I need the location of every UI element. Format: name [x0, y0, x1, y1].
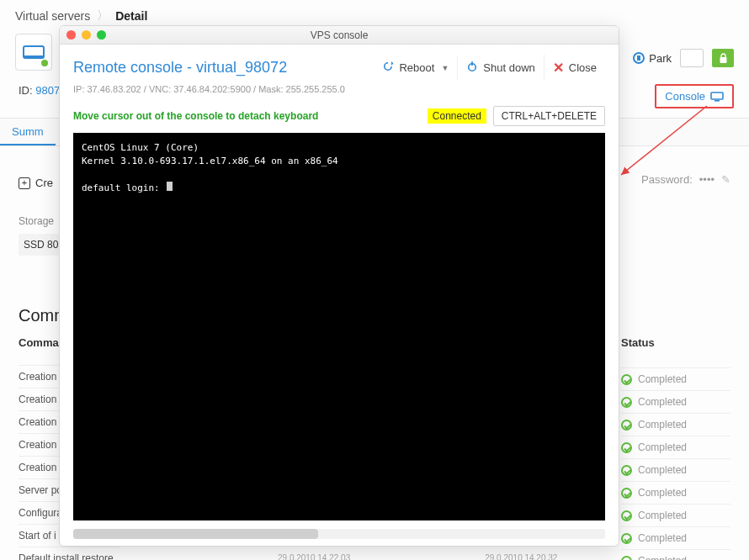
- status-row: Completed: [621, 549, 730, 560]
- tab-summary[interactable]: Summ: [0, 119, 56, 145]
- status-header: Status: [621, 336, 730, 349]
- console-button-label: Console: [665, 90, 705, 103]
- monitor-icon: [710, 92, 724, 102]
- password-row: Password: •••• ✎: [641, 173, 730, 186]
- horizontal-scrollbar[interactable]: [73, 529, 605, 539]
- window-titlebar[interactable]: VPS console: [60, 26, 619, 45]
- console-button[interactable]: Console: [655, 84, 734, 108]
- server-icon: [15, 34, 52, 71]
- reboot-icon: [382, 61, 394, 75]
- status-row: Completed: [621, 413, 730, 436]
- scrollbar-thumb[interactable]: [73, 529, 318, 539]
- svg-rect-4: [714, 100, 720, 102]
- check-circle-icon: [621, 374, 632, 385]
- modal-actions: Reboot ▼ Shut down ✕ Close: [374, 55, 605, 81]
- reboot-label: Reboot: [399, 61, 434, 74]
- timestamp: 29.0.2010 14.20.32: [485, 553, 557, 560]
- id-value[interactable]: 9807: [35, 84, 60, 97]
- status-row: Completed: [621, 481, 730, 504]
- park-text: Park: [649, 52, 672, 65]
- check-circle-icon: [621, 556, 632, 561]
- modal-title: Remote console - virtual_98072: [73, 59, 287, 77]
- park-label: Park: [633, 52, 672, 65]
- password-value: ••••: [699, 173, 714, 186]
- check-circle-icon: [621, 420, 632, 431]
- terminal-line: Kernel 3.10.0-693.17.1.el7.x86_64 on an …: [82, 156, 338, 166]
- svg-rect-2: [720, 57, 726, 63]
- svg-rect-1: [24, 55, 44, 58]
- check-circle-icon: [621, 510, 632, 521]
- check-circle-icon: [621, 442, 632, 453]
- status-row: Completed: [621, 526, 730, 549]
- status-dot-icon: [41, 60, 48, 66]
- shutdown-button[interactable]: Shut down: [457, 55, 543, 80]
- id-line: ID: 9807: [0, 84, 60, 103]
- window-title: VPS console: [60, 29, 619, 41]
- footer-timestamps: 29.0.2010 14.22.03 29.0.2010 14.20.32: [278, 553, 557, 560]
- terminal[interactable]: CentOS Linux 7 (Core) Kernel 3.10.0-693.…: [73, 133, 605, 520]
- breadcrumb-root[interactable]: Virtual servers: [15, 9, 90, 23]
- close-button[interactable]: ✕ Close: [544, 55, 605, 81]
- password-label: Password:: [641, 173, 693, 186]
- terminal-line: CentOS Linux 7 (Core): [82, 142, 199, 153]
- terminal-line: default login:: [82, 182, 165, 193]
- status-text: Completed: [638, 373, 687, 385]
- chevron-right-icon: 〉: [97, 8, 109, 24]
- close-icon: ✕: [553, 60, 564, 76]
- pencil-icon[interactable]: ✎: [721, 173, 730, 186]
- check-circle-icon: [621, 465, 632, 476]
- cursor-icon: [167, 182, 173, 191]
- ctrl-alt-delete-button[interactable]: CTRL+ALT+DELETE: [493, 106, 605, 126]
- connected-badge: Connected: [428, 108, 486, 124]
- check-circle-icon: [621, 397, 632, 408]
- power-icon: [466, 61, 478, 75]
- status-row: Completed: [621, 367, 730, 390]
- modal-subtitle: IP: 37.46.83.202 / VNC: 37.46.84.202:590…: [73, 84, 605, 94]
- pause-icon: [633, 52, 645, 64]
- park-toggle[interactable]: [680, 49, 704, 67]
- lock-button[interactable]: [712, 49, 734, 67]
- check-circle-icon: [621, 533, 632, 544]
- svg-rect-7: [472, 61, 474, 66]
- create-snapshot-label: Cre: [35, 177, 53, 189]
- status-text: Completed: [638, 555, 687, 560]
- park-controls: Park: [633, 49, 734, 67]
- status-row: Completed: [621, 390, 730, 413]
- plus-icon: +: [19, 177, 30, 189]
- status-row: Completed: [621, 458, 730, 481]
- status-text: Completed: [638, 441, 687, 453]
- svg-rect-3: [711, 92, 723, 99]
- vps-console-modal: VPS console Remote console - virtual_980…: [59, 25, 619, 547]
- id-prefix: ID:: [19, 84, 33, 97]
- close-label: Close: [569, 61, 597, 74]
- status-row: Completed: [621, 436, 730, 458]
- shutdown-label: Shut down: [483, 61, 534, 74]
- check-circle-icon: [621, 488, 632, 499]
- modal-header: Remote console - virtual_98072 Reboot ▼ …: [60, 45, 619, 99]
- status-text: Completed: [638, 464, 687, 476]
- status-text: Completed: [638, 487, 687, 499]
- detach-hint: Move cursor out of the console to detach…: [73, 110, 318, 122]
- reboot-button[interactable]: Reboot ▼: [374, 55, 457, 80]
- list-item: Default install restore: [19, 547, 120, 560]
- status-row: Completed: [621, 504, 730, 526]
- status-text: Completed: [638, 419, 687, 431]
- status-text: Completed: [638, 510, 687, 521]
- chevron-down-icon[interactable]: ▼: [441, 64, 449, 72]
- timestamp: 29.0.2010 14.22.03: [278, 553, 350, 560]
- status-column: Status Completed Completed Completed Com…: [621, 336, 730, 560]
- status-text: Completed: [638, 532, 687, 544]
- breadcrumb-current: Detail: [115, 9, 147, 23]
- modal-toolbar: Move cursor out of the console to detach…: [60, 99, 619, 133]
- status-text: Completed: [638, 396, 687, 408]
